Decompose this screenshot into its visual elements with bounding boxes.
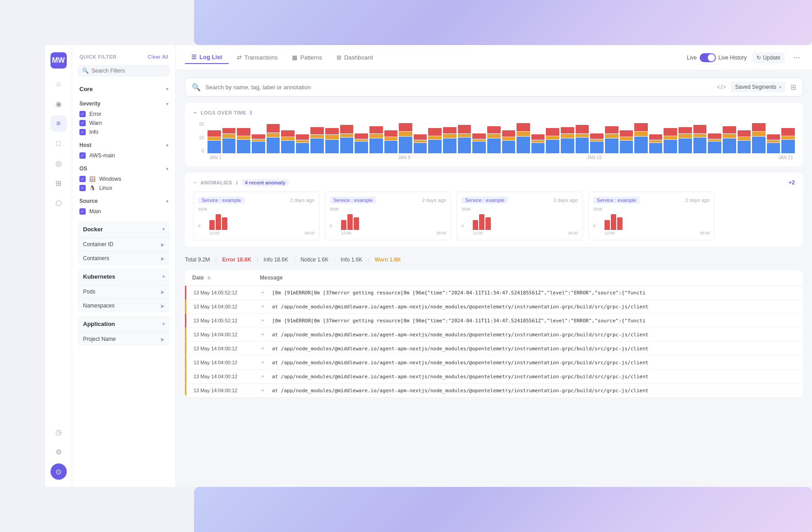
application-header[interactable]: Application ▾ <box>78 316 170 332</box>
bar-group[interactable] <box>561 127 574 153</box>
monitor-icon[interactable]: ◉ <box>51 96 67 112</box>
filter-icon-btn[interactable]: ⊞ <box>790 83 796 92</box>
live-toggle-switch[interactable] <box>700 53 716 62</box>
bar-group[interactable] <box>443 127 457 153</box>
log-row[interactable]: 13 May 14:04:00:12 + at /app/node_module… <box>185 384 803 398</box>
bar-group[interactable] <box>590 133 604 153</box>
search-filter-input[interactable] <box>92 68 166 74</box>
search-input[interactable] <box>205 84 712 91</box>
list-icon[interactable]: ≡ <box>51 115 67 132</box>
bar-group[interactable] <box>369 126 383 153</box>
alert-icon[interactable]: ◎ <box>51 155 67 171</box>
bar-group[interactable] <box>237 128 250 153</box>
source-main-item[interactable]: ✓ Main <box>79 207 168 216</box>
bar-group[interactable] <box>664 128 677 153</box>
bar-group[interactable] <box>340 125 354 153</box>
log-expand-btn[interactable]: + <box>261 331 272 338</box>
bar-group[interactable] <box>693 125 707 153</box>
bar-group[interactable] <box>355 133 368 153</box>
bar-group[interactable] <box>767 134 780 153</box>
log-expand-btn[interactable]: + <box>261 303 272 310</box>
bar-group[interactable] <box>414 134 427 153</box>
bar-group[interactable] <box>738 130 751 153</box>
saved-segments-dropdown[interactable]: Saved Segments ▾ <box>731 82 786 92</box>
docker-header[interactable]: Docker ▾ <box>78 221 170 237</box>
containers-item[interactable]: Containers ▶ <box>78 251 170 265</box>
os-windows-checkbox[interactable]: ✓ <box>79 176 86 182</box>
bar-group[interactable] <box>781 128 795 153</box>
anomaly-card[interactable]: Service : example 2 days ago 200K 0 12:0… <box>588 192 715 240</box>
user-avatar[interactable]: ⊙ <box>51 463 67 480</box>
log-expand-btn[interactable]: + <box>261 289 272 296</box>
chart-info-icon[interactable]: ℹ <box>250 110 252 116</box>
os-header[interactable]: OS ▾ <box>79 163 168 174</box>
anomaly-card[interactable]: Service : example 2 days ago 200K 0 12:0… <box>457 192 583 240</box>
log-expand-btn[interactable]: + <box>261 317 272 324</box>
bar-group[interactable] <box>517 123 530 153</box>
host-aws-checkbox[interactable]: ✓ <box>79 152 86 159</box>
project-name-item[interactable]: Project Name ▶ <box>78 332 170 346</box>
kubernetes-header[interactable]: Kubernetes ▾ <box>78 269 170 284</box>
bar-group[interactable] <box>428 128 442 153</box>
bar-group[interactable] <box>296 134 309 153</box>
bar-group[interactable] <box>208 130 221 153</box>
update-button[interactable]: ↻ Update <box>752 52 785 63</box>
bar-group[interactable] <box>267 124 280 153</box>
bar-group[interactable] <box>708 133 721 153</box>
core-header[interactable]: Core ▾ <box>72 82 175 96</box>
chart-collapse-btn[interactable]: − <box>193 109 197 116</box>
container-id-item[interactable]: Container ID ▶ <box>78 237 170 251</box>
bar-group[interactable] <box>678 127 692 153</box>
clear-all-button[interactable]: Clear All <box>148 54 168 60</box>
severity-error-item[interactable]: ✓ Error <box>79 110 168 119</box>
bar-group[interactable] <box>531 134 545 153</box>
more-button[interactable]: ⋯ <box>790 51 803 64</box>
bar-group[interactable] <box>649 134 663 153</box>
live-toggle[interactable]: Live Live History <box>687 53 747 62</box>
anomaly-card[interactable]: Service : example 2 days ago 200K 0 12:0… <box>193 192 319 240</box>
home-icon[interactable]: ⌂ <box>51 76 67 92</box>
log-row[interactable]: 13 May 14:05:52:12 + [0m [91mERROR[0m [3… <box>185 286 803 300</box>
log-row[interactable]: 13 May 14:04:00:12 + at /app/node_module… <box>185 370 803 384</box>
os-linux-item[interactable]: ✓ 🐧 Linux <box>79 183 168 193</box>
source-header[interactable]: Source ▾ <box>79 195 168 207</box>
tab-log-list[interactable]: ☰ Log List <box>185 51 229 64</box>
tab-patterns[interactable]: ▦ Patterns <box>286 51 328 64</box>
settings-icon[interactable]: ⚙ <box>51 444 67 460</box>
source-main-checkbox[interactable]: ✓ <box>79 208 86 215</box>
bar-group[interactable] <box>502 130 516 153</box>
tab-transactions[interactable]: ⇄ Transactions <box>231 51 284 64</box>
bar-group[interactable] <box>325 128 339 153</box>
bar-group[interactable] <box>252 134 265 153</box>
bar-group[interactable] <box>472 133 486 153</box>
severity-warn-checkbox[interactable]: ✓ <box>79 120 86 126</box>
os-windows-item[interactable]: ✓ 🪟 Windows <box>79 174 168 183</box>
severity-info-item[interactable]: ✓ Info <box>79 128 168 137</box>
bar-group[interactable] <box>576 125 589 153</box>
bar-group[interactable] <box>605 126 618 153</box>
bar-group[interactable] <box>620 130 633 153</box>
bar-group[interactable] <box>752 123 766 153</box>
bar-group[interactable] <box>384 130 398 153</box>
host-header[interactable]: Host ▾ <box>79 139 168 151</box>
log-row[interactable]: 13 May 14:04:00:12 + at /app/node_module… <box>185 342 803 356</box>
host-aws-item[interactable]: ✓ AWS-main <box>79 151 168 160</box>
bar-group[interactable] <box>399 123 412 153</box>
grid-icon[interactable]: ⊞ <box>51 175 67 191</box>
anomalies-info-icon[interactable]: ℹ <box>236 180 238 186</box>
date-sort-icon[interactable]: ⇅ <box>207 275 211 280</box>
search-filter[interactable]: 🔍 <box>78 65 170 77</box>
code-icon[interactable]: </> <box>717 83 726 91</box>
log-expand-btn[interactable]: + <box>261 387 272 394</box>
anomalies-collapse-btn[interactable]: − <box>193 179 197 186</box>
severity-error-checkbox[interactable]: ✓ <box>79 111 86 117</box>
log-expand-btn[interactable]: + <box>261 373 272 380</box>
log-row[interactable]: 13 May 14:04:00:12 + at /app/node_module… <box>185 356 803 370</box>
log-expand-btn[interactable]: + <box>261 345 272 352</box>
bar-group[interactable] <box>310 127 324 153</box>
severity-header[interactable]: Severity ▾ <box>79 98 168 110</box>
log-expand-btn[interactable]: + <box>261 359 272 366</box>
pods-item[interactable]: Pods ▶ <box>78 284 170 298</box>
tab-dashboard[interactable]: ⊞ Dashboard <box>330 51 379 64</box>
log-row[interactable]: 13 May 14:04:00:12 + at /app/node_module… <box>185 328 803 342</box>
